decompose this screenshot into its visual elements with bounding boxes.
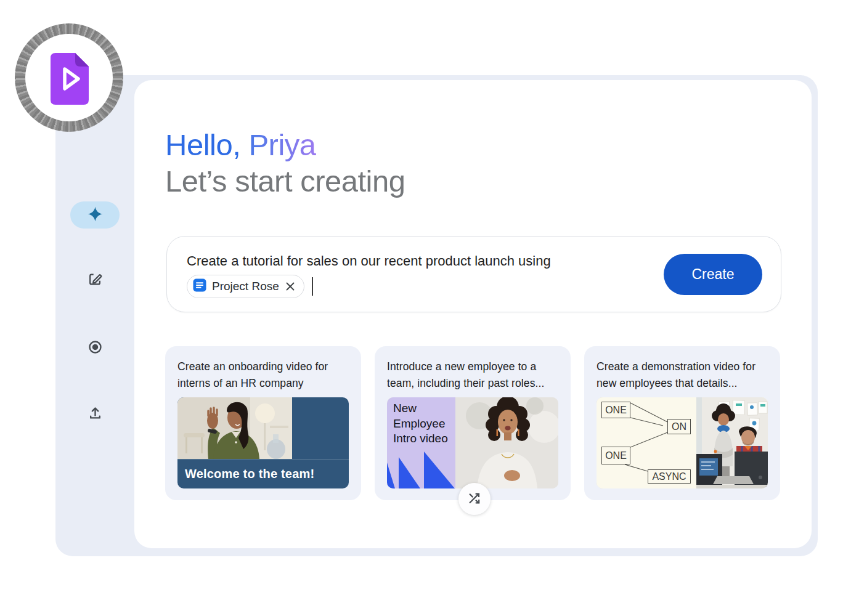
prompt-text: Create a tutorial for sales on our recen…	[187, 253, 551, 269]
diagram-box-on: ON	[667, 419, 691, 434]
sidebar-item-record[interactable]	[83, 336, 107, 360]
prompt-input[interactable]: Create a tutorial for sales on our recen…	[166, 236, 781, 312]
diagram-box-async: ASYNC	[648, 469, 691, 484]
new-employee-thumbnail: New Employee Intro video	[387, 397, 558, 488]
demonstration-thumbnail: ONE ON ONE ASYNC	[597, 397, 768, 488]
diagram-box-one-top: ONE	[601, 402, 630, 418]
page-subtitle: Let’s start creating	[165, 164, 405, 198]
sidebar-item-edit-template[interactable]	[83, 268, 107, 293]
suggestion-card-onboarding[interactable]: Create an onboarding video for interns o…	[165, 346, 361, 500]
docs-file-icon	[193, 278, 206, 294]
close-icon[interactable]	[285, 281, 296, 292]
sidebar-item-upload[interactable]	[83, 402, 107, 426]
card-title: Create a demonstration video for new emp…	[597, 359, 768, 392]
chip-label: Project Rose	[212, 280, 279, 293]
sidebar-item-ai-create[interactable]	[70, 201, 120, 229]
diagram-box-one-bottom: ONE	[601, 447, 630, 464]
project-rose-chip[interactable]: Project Rose	[187, 275, 304, 298]
greeting-name: Priya	[248, 128, 316, 161]
prompt-second-line: Project Rose	[187, 275, 313, 298]
record-icon	[87, 339, 104, 357]
page-title: Hello, Priya	[165, 126, 316, 164]
edit-template-icon	[87, 271, 104, 290]
suggestion-cards: Create an onboarding video for interns o…	[165, 346, 780, 500]
text-caret	[312, 277, 314, 296]
shuffle-button[interactable]	[458, 483, 491, 515]
sparkle-icon	[87, 206, 104, 225]
vids-home-screen: Hello, Priya Let’s start creating Create…	[0, 0, 843, 616]
thumb-caption: Welcome to the team!	[177, 459, 349, 488]
create-button[interactable]: Create	[664, 254, 762, 295]
vids-doc-play-icon	[51, 53, 89, 107]
suggestion-card-demonstration[interactable]: Create a demonstration video for new emp…	[584, 346, 780, 500]
upload-icon	[87, 405, 104, 423]
card-title: Introduce a new employee to a team, incl…	[387, 359, 558, 392]
shuffle-icon	[467, 491, 482, 508]
main-card: Hello, Priya Let’s start creating Create…	[134, 80, 812, 548]
greeting-hello: Hello,	[165, 128, 240, 161]
onboarding-thumbnail: Welcome to the team!	[177, 397, 349, 488]
suggestion-card-new-employee[interactable]: Introduce a new employee to a team, incl…	[375, 346, 571, 500]
onboarding-photo	[177, 397, 292, 459]
card-title: Create an onboarding video for interns o…	[177, 359, 349, 392]
slide-title-text: New Employee Intro video	[393, 401, 454, 447]
